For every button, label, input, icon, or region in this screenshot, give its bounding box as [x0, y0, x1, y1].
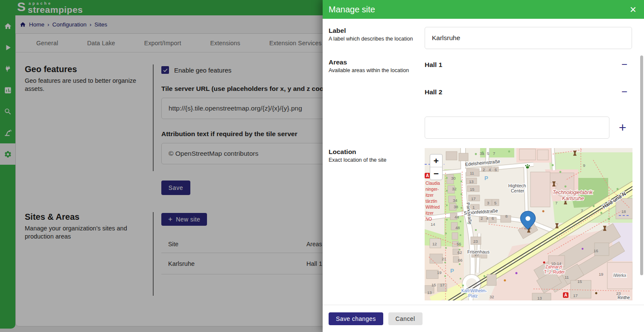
svg-text:44: 44 — [455, 215, 459, 219]
areas-desc: Available areas within the location — [329, 67, 425, 73]
area-item: Hall 1 − — [425, 58, 632, 86]
svg-text:3a: 3a — [480, 151, 484, 156]
svg-text:Technologiefabrik: Technologiefabrik — [553, 189, 593, 195]
svg-text:P: P — [484, 175, 488, 181]
remove-area-button[interactable]: − — [621, 59, 627, 70]
svg-text:4: 4 — [486, 216, 488, 221]
svg-text:16: 16 — [594, 248, 598, 253]
svg-text:NO: NO — [425, 217, 432, 221]
svg-text:6: 6 — [492, 216, 494, 221]
svg-text:Center: Center — [511, 188, 525, 193]
area-name: Hall 1 — [425, 61, 442, 69]
svg-text:21: 21 — [442, 256, 446, 261]
svg-text:5: 5 — [487, 151, 489, 156]
area-item: Hall 2 − — [425, 86, 632, 113]
new-area-input[interactable] — [425, 116, 609, 139]
svg-text:12: 12 — [432, 242, 437, 246]
close-icon[interactable]: × — [630, 4, 636, 15]
site-label-input[interactable] — [425, 27, 632, 49]
svg-text:48: 48 — [455, 225, 460, 230]
svg-text:17: 17 — [573, 293, 578, 298]
svg-text:1: 1 — [472, 205, 475, 210]
manage-site-dialog: Manage site × Label A label which descri… — [323, 0, 644, 332]
area-name: Hall 2 — [425, 88, 442, 96]
svg-text:15: 15 — [470, 187, 475, 192]
svg-text:7: 7 — [581, 208, 583, 213]
map-canvas: A A — [425, 148, 632, 300]
svg-text:tärztin: tärztin — [425, 199, 437, 204]
svg-text:15: 15 — [577, 279, 582, 284]
save-changes-button[interactable]: Save changes — [329, 312, 383, 325]
svg-text:34: 34 — [453, 198, 458, 203]
svg-text:11: 11 — [565, 275, 569, 280]
svg-text:18: 18 — [621, 209, 626, 214]
svg-text:9: 9 — [583, 163, 585, 168]
remove-area-button[interactable]: − — [621, 87, 627, 97]
dialog-header: Manage site × — [323, 0, 644, 19]
svg-text:11: 11 — [470, 171, 474, 175]
dialog-title: Manage site — [329, 5, 375, 15]
svg-text:7: 7 — [493, 151, 495, 156]
svg-text:Frisenhaus: Frisenhaus — [467, 249, 490, 254]
svg-text:Karl-Wilhelm-: Karl-Wilhelm- — [461, 288, 487, 293]
zoom-in-button[interactable]: + — [430, 154, 442, 167]
svg-text:38: 38 — [454, 204, 458, 209]
svg-text:Hightech: Hightech — [508, 183, 526, 188]
areas-title: Areas — [329, 58, 425, 66]
svg-text:66: 66 — [458, 258, 463, 262]
dialog-footer: Save changes Cancel — [323, 305, 644, 332]
svg-text:17: 17 — [440, 282, 445, 287]
svg-text:iWerkx: iWerkx — [613, 273, 626, 278]
location-desc: Exact location of the site — [329, 157, 425, 163]
svg-text:ninger-: ninger- — [425, 187, 439, 192]
svg-text:Claudia: Claudia — [425, 181, 440, 186]
zoom-out-button[interactable]: − — [430, 167, 442, 180]
svg-text:32: 32 — [490, 294, 494, 299]
svg-text:7: 7 — [555, 201, 557, 205]
svg-text:17: 17 — [471, 196, 476, 201]
svg-text:Zahnarzt: Zahnarzt — [545, 265, 562, 269]
svg-text:56: 56 — [457, 242, 461, 246]
label-title: Label — [329, 27, 425, 35]
dialog-scrollbar[interactable] — [640, 55, 643, 275]
svg-text:8: 8 — [505, 214, 507, 218]
svg-text:T. J. Ruder: T. J. Ruder — [544, 270, 565, 274]
svg-text:A: A — [564, 293, 567, 297]
svg-text:23: 23 — [473, 239, 478, 244]
svg-text:13: 13 — [469, 179, 474, 184]
areas-row: Areas Available areas within the locatio… — [329, 58, 638, 139]
svg-text:Wilfried: Wilfried — [425, 205, 440, 210]
svg-text:13: 13 — [427, 290, 432, 295]
svg-text:2: 2 — [481, 216, 483, 221]
cancel-button[interactable]: Cancel — [388, 312, 423, 325]
location-row: Location Exact location of the site + − — [329, 148, 638, 300]
map-zoom-control: + − — [430, 154, 443, 180]
svg-text:30: 30 — [451, 176, 456, 181]
svg-text:14: 14 — [431, 222, 435, 227]
svg-text:15: 15 — [431, 282, 436, 287]
svg-text:4: 4 — [489, 167, 491, 172]
svg-text:5: 5 — [494, 201, 496, 205]
svg-text:3: 3 — [487, 201, 489, 205]
label-row: Label A label which describes the locati… — [329, 27, 638, 49]
svg-text:itzer: itzer — [425, 211, 434, 216]
label-desc: A label which describes the location — [329, 36, 425, 42]
svg-text:Platz: Platz — [468, 294, 478, 298]
svg-text:A: A — [426, 173, 429, 178]
svg-text:19: 19 — [437, 270, 442, 275]
svg-text:Karlsruhe: Karlsruhe — [562, 195, 584, 201]
svg-text:Rinthe: Rinthe — [618, 295, 630, 300]
add-area-button[interactable]: + — [619, 121, 627, 134]
svg-text:6: 6 — [495, 167, 497, 172]
svg-text:19: 19 — [599, 272, 603, 277]
svg-text:62: 62 — [458, 250, 462, 255]
svg-text:P: P — [450, 268, 454, 274]
svg-text:itzer: itzer — [425, 193, 434, 198]
svg-text:32: 32 — [452, 186, 457, 191]
svg-text:13: 13 — [537, 296, 542, 300]
location-title: Location — [329, 148, 425, 156]
location-map[interactable]: + − — [425, 148, 632, 300]
svg-text:2: 2 — [483, 167, 485, 172]
